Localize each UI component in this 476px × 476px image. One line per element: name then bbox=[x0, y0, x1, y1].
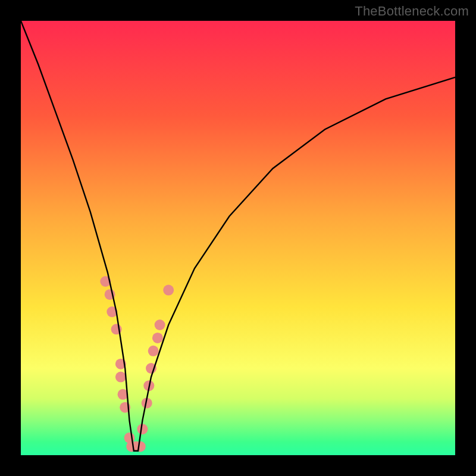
benchmark-point bbox=[155, 320, 165, 330]
bottleneck-curve-svg bbox=[21, 21, 455, 455]
benchmark-point bbox=[148, 346, 159, 356]
benchmark-point bbox=[152, 333, 163, 343]
plot-area bbox=[21, 21, 455, 455]
benchmark-point bbox=[115, 372, 126, 383]
benchmark-points-group bbox=[100, 276, 174, 452]
bottleneck-curve bbox=[21, 21, 455, 451]
chart-container: TheBottleneck.com bbox=[0, 0, 476, 476]
benchmark-point bbox=[163, 285, 174, 296]
watermark-label: TheBottleneck.com bbox=[355, 4, 469, 19]
